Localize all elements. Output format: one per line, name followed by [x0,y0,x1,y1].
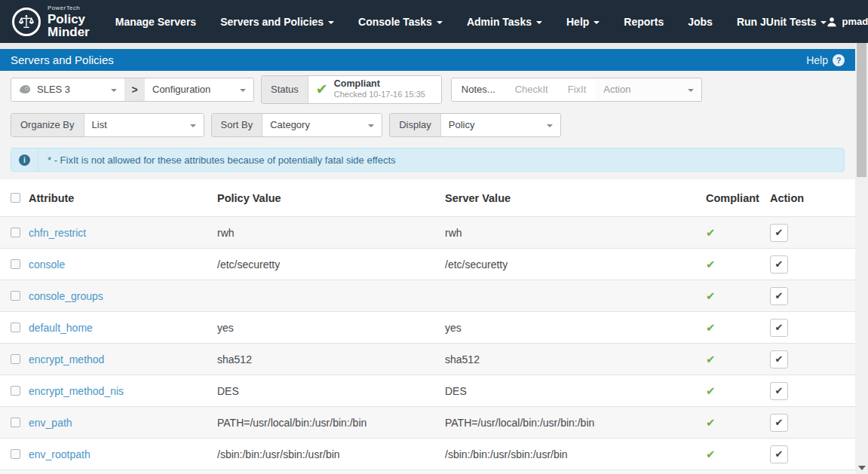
row-checkbox[interactable] [11,354,20,364]
chevron-down-icon [190,124,196,127]
scrollbar-thumb[interactable] [857,43,866,177]
table-row: encrypt_method sha512 sha512 ✔ ✔ [0,343,855,375]
brand-policy-minder: Policy Minder [48,13,90,38]
row-checkbox[interactable] [11,449,20,459]
nav-run-junit-tests[interactable]: Run JUnit Tests [737,16,827,28]
table-row: chfn_restrict rwh rwh ✔ ✔ [0,216,855,248]
server-value: yes [445,322,685,334]
compliant-check-icon: ✔ [706,384,716,397]
info-banner-text: * - FixIt is not allowed for these attri… [48,154,396,166]
help-link[interactable]: Help ? [806,54,845,66]
nav-servers-and-policies[interactable]: Servers and Policies [220,16,334,28]
row-checkbox[interactable] [11,259,20,269]
server-value: DES [445,385,685,397]
row-checkbox[interactable] [11,323,20,332]
table-header: Attribute Policy Value Server Value Comp… [0,179,855,216]
nav-reports[interactable]: Reports [624,16,664,28]
info-icon: i [19,154,30,166]
scrollbar-down-arrow[interactable] [858,466,866,470]
attribute-link[interactable]: chfn_restrict [29,227,86,239]
checkit-button[interactable]: CheckIt [505,78,558,101]
attribute-link[interactable]: env_rootpath [29,448,90,460]
nav-help[interactable]: Help [566,16,600,28]
status-button[interactable]: Status [262,76,308,103]
attribute-link[interactable]: console_groups [29,290,103,302]
header-gap [0,43,855,49]
policy-value: sha512 [217,353,445,365]
chevron-down-icon [536,21,542,24]
compliant-check-icon: ✔ [706,416,716,429]
policy-value: /etc/securetty [217,258,445,271]
balance-scale-icon [12,8,41,36]
table-row: default_home yes yes ✔ ✔ [0,311,855,343]
nav-console-tasks[interactable]: Console Tasks [358,16,443,28]
brand-logo[interactable]: PowerTech Policy Minder [0,5,105,38]
header-compliant: Compliant [685,192,768,204]
sort-by-label: Sort By [212,114,263,136]
drill-into-button[interactable]: > [124,78,145,101]
sort-by-group: Sort By Category [211,113,383,137]
compliant-check-icon: ✔ [316,82,328,96]
vertical-scrollbar[interactable] [855,43,868,474]
action-select[interactable]: Action [596,78,701,101]
attribute-link[interactable]: encrypt_method [29,353,104,365]
attribute-link[interactable]: default_home [29,322,93,334]
table-row: env_path PATH=/usr/local/bin:/usr/bin:/b… [0,406,855,438]
header-policy-value: Policy Value [217,192,445,204]
header-server-value: Server Value [445,192,685,204]
policy-value: /sbin:/bin:/usr/sbin:/usr/bin [217,448,445,460]
chevron-down-icon [593,21,600,24]
display-select[interactable]: Policy [441,114,560,136]
attribute-link[interactable]: env_path [29,417,72,429]
server-value: rwh [445,227,685,239]
select-all-checkbox[interactable] [11,193,20,203]
action-checkbox[interactable]: ✔ [770,319,788,337]
status-group: Status ✔ Compliant Checked 10-17-16 15:3… [261,75,442,104]
fixit-button[interactable]: FixIt [558,78,597,101]
action-checkbox[interactable]: ✔ [770,445,788,463]
action-checkbox[interactable]: ✔ [770,287,788,305]
action-checkbox[interactable]: ✔ [770,350,788,368]
compliant-check-icon: ✔ [706,448,716,460]
brand-powertech: PowerTech [48,5,90,11]
help-icon: ? [833,54,845,66]
toolbar-area: SLES 3 > Configuration Status ✔ Complian [0,71,855,179]
action-checkbox[interactable]: ✔ [770,224,788,242]
table-row: console /etc/securetty /etc/securetty ✔ … [0,248,855,280]
header-attribute: Attribute [29,192,217,204]
server-select[interactable]: SLES 3 [11,78,124,101]
compliant-check-icon: ✔ [706,353,716,365]
chevron-down-icon [240,89,246,92]
action-checkbox[interactable]: ✔ [770,414,788,432]
policy-category-select[interactable]: Configuration [145,78,253,101]
server-value: PATH=/usr/local/bin:/usr/bin:/bin [445,417,685,429]
action-checkbox[interactable]: ✔ [770,382,788,400]
row-checkbox[interactable] [11,386,20,396]
chevron-down-icon [820,21,827,24]
organize-by-label: Organize By [11,114,84,136]
action-checkbox[interactable]: ✔ [770,255,788,274]
nav-jobs[interactable]: Jobs [688,16,713,28]
attribute-link[interactable]: console [29,258,65,271]
organize-by-select[interactable]: List [84,114,204,136]
table-body: chfn_restrict rwh rwh ✔ ✔ console /etc/s… [0,216,855,469]
policy-value: rwh [217,227,445,239]
row-checkbox[interactable] [11,228,20,237]
partial-next-row [0,469,855,474]
notes-button[interactable]: Notes... [452,78,505,101]
attribute-link[interactable]: encrypt_method_nis [29,385,124,397]
chevron-down-icon [688,89,694,92]
app-window: PowerTech Policy Minder Manage Servers S… [0,0,868,474]
nav-admin-tasks[interactable]: Admin Tasks [467,16,542,28]
row-checkbox[interactable] [11,417,20,427]
row-checkbox[interactable] [11,291,20,301]
nav-manage-servers[interactable]: Manage Servers [115,16,196,28]
table-row: console_groups ✔ ✔ [0,280,855,311]
page-header: Servers and Policies Help ? [0,49,855,71]
chevron-down-icon [368,124,374,127]
user-menu[interactable]: pmadmin [827,16,868,27]
compliant-check-icon: ✔ [706,321,716,334]
sort-by-select[interactable]: Category [262,114,382,136]
policy-value: PATH=/usr/local/bin:/usr/bin:/bin [217,417,445,429]
actions-group: Notes... CheckIt FixIt Action [451,78,702,102]
